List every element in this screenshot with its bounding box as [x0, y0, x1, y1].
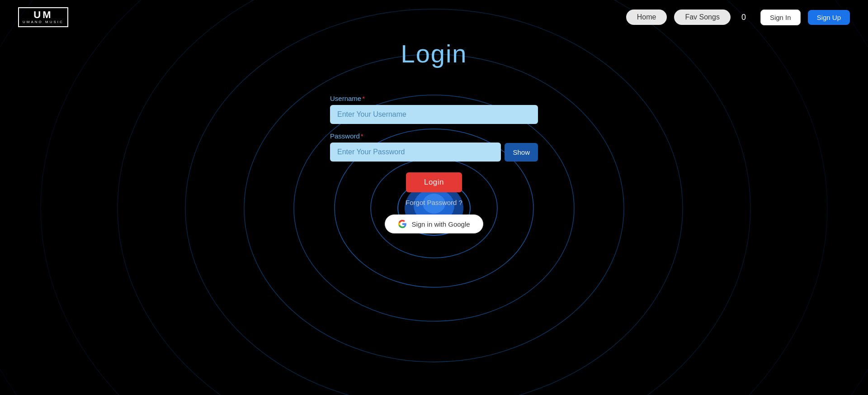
username-required: *: [362, 95, 365, 102]
login-form: Username* Password* Show Login Forgot Pa…: [330, 86, 538, 233]
username-input-row: [330, 105, 538, 124]
nav-links: Home Fav Songs 0 Sign In Sign Up: [626, 10, 850, 25]
navbar: UM UMANO MUSIC Home Fav Songs 0 Sign In …: [0, 0, 868, 34]
password-required: *: [361, 132, 363, 140]
page-title: Login: [401, 39, 467, 68]
logo: UM UMANO MUSIC: [18, 7, 68, 27]
home-button[interactable]: Home: [626, 10, 667, 25]
logo-umano: UMANO MUSIC: [23, 20, 64, 24]
password-input-row: Show: [330, 143, 538, 162]
password-label: Password*: [330, 132, 363, 140]
main-content: Login Username* Password* Show Login For…: [0, 34, 868, 233]
show-password-button[interactable]: Show: [505, 143, 538, 162]
password-input[interactable]: [330, 143, 501, 162]
cart-count: 0: [741, 13, 746, 22]
fav-songs-button[interactable]: Fav Songs: [674, 10, 730, 25]
forgot-password-link[interactable]: Forgot Password ?: [406, 199, 462, 206]
sign-in-button[interactable]: Sign In: [760, 10, 801, 25]
login-button[interactable]: Login: [406, 172, 462, 192]
google-signin-button[interactable]: Sign in with Google: [385, 214, 483, 233]
logo-box: UM UMANO MUSIC: [18, 7, 68, 27]
logo-um: UM: [23, 10, 64, 20]
username-label: Username*: [330, 95, 365, 102]
sign-up-button[interactable]: Sign Up: [808, 10, 850, 25]
google-icon: [398, 219, 407, 228]
username-input[interactable]: [330, 105, 538, 124]
google-signin-label: Sign in with Google: [411, 220, 470, 228]
